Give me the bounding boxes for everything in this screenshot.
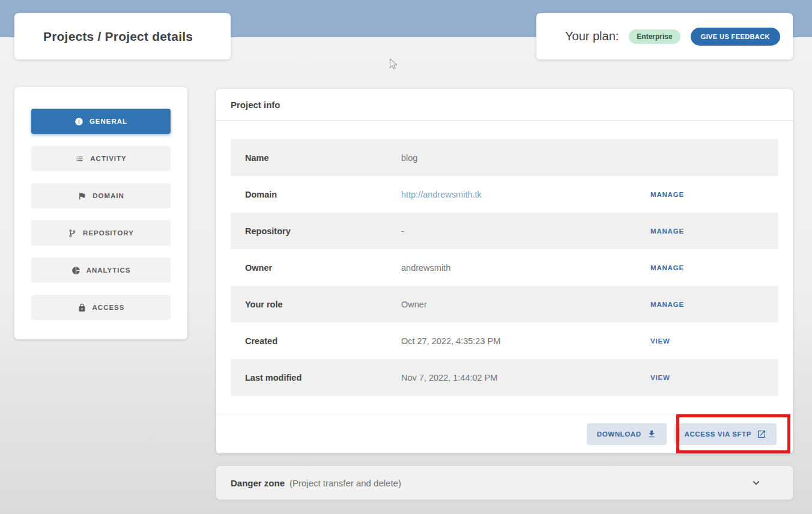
manage-owner-link[interactable]: MANAGE <box>650 264 778 271</box>
row-label: Your role <box>245 300 401 309</box>
sidebar-item-repository[interactable]: REPOSITORY <box>31 220 171 246</box>
breadcrumb-card: Projects / Project details <box>14 13 231 59</box>
sidebar-item-label: ANALYTICS <box>86 267 131 274</box>
row-repository: Repository - MANAGE <box>231 213 778 249</box>
sidebar-item-domain[interactable]: DOMAIN <box>31 183 171 208</box>
sidebar-item-general[interactable]: GENERAL <box>31 109 171 134</box>
row-domain: Domain http://andrewsmith.tk MANAGE <box>231 176 778 213</box>
project-info-panel: Project info Name blog Domain http://and… <box>216 89 793 453</box>
row-label: Domain <box>245 190 401 199</box>
row-your-role: Your role Owner MANAGE <box>231 286 778 322</box>
sidebar-item-activity[interactable]: ACTIVITY <box>31 146 171 171</box>
sidebar-item-label: GENERAL <box>89 118 127 125</box>
sidebar-item-label: REPOSITORY <box>83 229 134 237</box>
lock-icon <box>77 303 86 312</box>
row-label: Created <box>245 336 401 346</box>
sidebar-item-analytics[interactable]: ANALYTICS <box>31 258 171 283</box>
sidebar-item-label: ACCESS <box>92 304 125 311</box>
row-last-modified: Last modified Nov 7, 2022, 1:44:02 PM VI… <box>231 359 778 396</box>
view-created-link[interactable]: VIEW <box>650 337 778 345</box>
project-info-header: Project info <box>216 89 793 121</box>
row-value: Oct 27, 2022, 4:35:23 PM <box>401 336 650 346</box>
plan-card: Your plan: Enterprise GIVE US FEEDBACK <box>536 13 793 59</box>
give-feedback-button[interactable]: GIVE US FEEDBACK <box>691 28 780 46</box>
manage-role-link[interactable]: MANAGE <box>650 301 778 308</box>
danger-zone-subtitle: (Project transfer and delete) <box>289 478 401 488</box>
manage-domain-link[interactable]: MANAGE <box>650 191 778 198</box>
access-via-sftp-button[interactable]: ACCESS VIA SFTP <box>674 423 777 445</box>
danger-zone-title: Danger zone <box>231 478 285 488</box>
row-label: Name <box>245 153 401 163</box>
download-icon <box>647 429 656 439</box>
row-name: Name blog <box>231 139 778 176</box>
pie-chart-icon <box>71 266 80 275</box>
download-button-label: DOWNLOAD <box>597 431 641 438</box>
info-icon <box>74 117 83 126</box>
sidebar: GENERAL ACTIVITY DOMAIN REPOSITORY ANALY… <box>14 87 187 339</box>
row-value: Nov 7, 2022, 1:44:02 PM <box>401 373 650 382</box>
row-value: andrewsmith <box>401 263 650 273</box>
sidebar-item-label: ACTIVITY <box>90 155 126 162</box>
plan-label: Your plan: <box>565 29 619 43</box>
panel-title: Project info <box>231 100 280 110</box>
download-button[interactable]: DOWNLOAD <box>587 423 667 445</box>
plan-badge: Enterprise <box>629 29 680 44</box>
source-branch-icon <box>68 229 77 238</box>
view-modified-link[interactable]: VIEW <box>650 374 778 381</box>
row-value: - <box>401 226 650 236</box>
list-icon <box>75 154 84 163</box>
project-info-rows: Name blog Domain http://andrewsmith.tk M… <box>231 139 778 396</box>
danger-zone-section[interactable]: Danger zone (Project transfer and delete… <box>216 466 793 500</box>
row-value: blog <box>401 153 650 163</box>
breadcrumb: Projects / Project details <box>43 29 193 44</box>
row-owner: Owner andrewsmith MANAGE <box>231 249 778 286</box>
sftp-button-label: ACCESS VIA SFTP <box>685 431 751 438</box>
chevron-down-icon[interactable] <box>750 476 763 489</box>
manage-repository-link[interactable]: MANAGE <box>650 228 778 235</box>
row-label: Last modified <box>245 373 401 382</box>
domain-link[interactable]: http://andrewsmith.tk <box>401 190 650 199</box>
row-value: Owner <box>401 300 650 309</box>
sidebar-item-label: DOMAIN <box>92 192 124 199</box>
external-link-icon <box>757 429 766 439</box>
row-label: Owner <box>245 263 401 273</box>
project-info-footer: DOWNLOAD ACCESS VIA SFTP <box>216 414 793 453</box>
row-label: Repository <box>245 226 401 236</box>
row-created: Created Oct 27, 2022, 4:35:23 PM VIEW <box>231 322 778 359</box>
mouse-cursor-icon <box>387 58 400 71</box>
sidebar-item-access[interactable]: ACCESS <box>31 295 171 320</box>
flag-icon <box>77 192 86 201</box>
